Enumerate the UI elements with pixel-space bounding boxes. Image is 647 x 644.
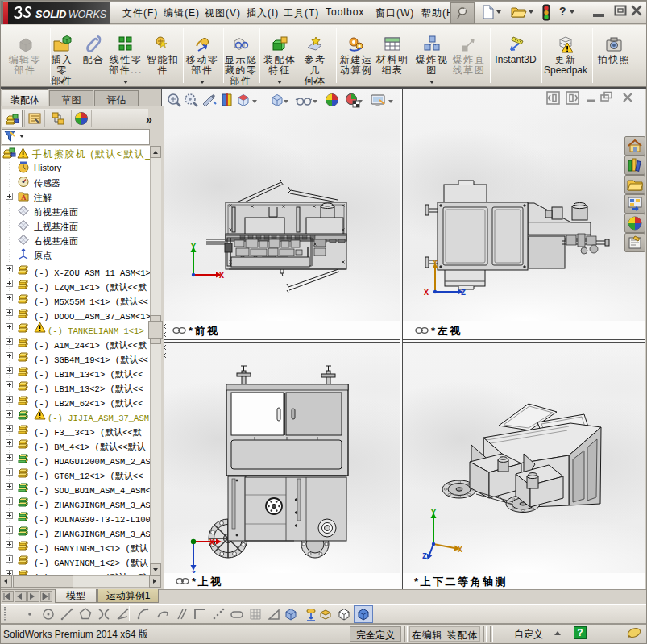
- svg-text:Y: Y: [431, 509, 436, 517]
- svg-text:X: X: [219, 272, 224, 280]
- svg-text:A: A: [21, 193, 27, 202]
- svg-text:Z: Z: [422, 552, 427, 561]
- svg-text:X: X: [209, 538, 214, 547]
- svg-text:X: X: [424, 289, 429, 297]
- svg-text:Y: Y: [191, 243, 196, 251]
- svg-text:WORKS: WORKS: [68, 9, 107, 20]
- svg-text:SOLID: SOLID: [35, 9, 66, 20]
- svg-text:Y: Y: [433, 259, 438, 268]
- svg-text:Z: Z: [191, 570, 196, 573]
- svg-text:Z: Z: [461, 289, 466, 297]
- svg-text:X: X: [458, 546, 462, 555]
